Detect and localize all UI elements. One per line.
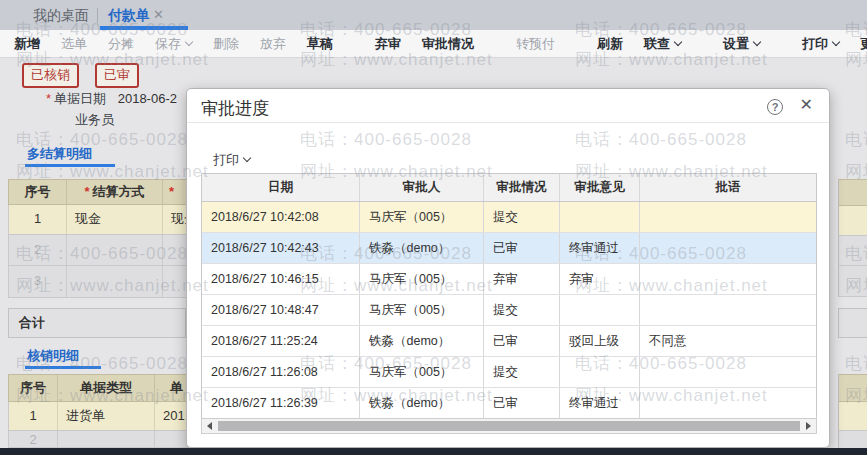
print-dropdown-button[interactable]: 打印 [213, 151, 250, 169]
table-row[interactable]: 2018/6/27 11:26:08 马庆军（005） 提交 [202, 357, 816, 388]
cell-opinion: 弃审 [560, 264, 640, 294]
cell-empty[interactable] [155, 431, 189, 447]
tab-close-icon[interactable]: ✕ [153, 7, 164, 22]
scroll-right-icon[interactable] [801, 419, 816, 433]
cell-opinion [560, 295, 640, 325]
help-icon[interactable]: ? [767, 99, 783, 115]
cell-status: 提交 [484, 202, 560, 232]
table-row[interactable]: 2018/6/27 10:42:43 铁淼（demo） 已审 终审通过 [202, 233, 816, 264]
tab-payment-voucher[interactable]: 付款单 [108, 7, 150, 25]
tab-settlement-detail[interactable]: 多结算明细 [27, 145, 92, 163]
table-row[interactable]: 1 现金 现金 [8, 205, 190, 235]
col-approval-status: 审批情况 [484, 174, 560, 201]
table-row[interactable]: 2018/6/27 11:25:24 铁淼（demo） 已审 驳回上级 不同意 [202, 326, 816, 357]
required-asterisk: * [84, 184, 89, 199]
col-settle-method: *结算方式 [67, 180, 163, 204]
dialog-title: 审批进度 [201, 97, 269, 120]
col-clipped: 单 [155, 375, 189, 401]
status-badge-approved: 已审 [95, 63, 139, 88]
cell-date: 2018/6/27 10:42:43 [202, 233, 360, 263]
cell-remarks: 不同意 [640, 326, 816, 356]
cell-status: 已审 [484, 233, 560, 263]
cell-status: 提交 [484, 357, 560, 387]
toolbar-more-button[interactable]: 更多 [860, 35, 867, 53]
cell-date: 2018/6/27 11:26:08 [202, 357, 360, 387]
table-row[interactable]: 2018/6/27 10:46:15 马庆军（005） 弃审 弃审 [202, 264, 816, 295]
col-approval-opinion: 审批意见 [560, 174, 640, 201]
cell-clipped[interactable]: 201 [155, 402, 189, 430]
tab-writeoff-detail[interactable]: 核销明细 [27, 347, 79, 365]
table-row[interactable]: 2018/6/27 11:26:39 铁淼（demo） 已审 终审通过 [202, 388, 816, 419]
cell-opinion [560, 357, 640, 387]
cell-seq: 3 [9, 266, 67, 297]
tab-bar: 我的桌面 付款单 ✕ [0, 0, 867, 30]
required-asterisk: * [169, 184, 174, 199]
cell-date: 2018/6/27 11:25:24 [202, 326, 360, 356]
cell-settle-method[interactable]: 现金 [67, 205, 163, 234]
toolbar-to-prepaid-button[interactable]: 转预付 [516, 35, 555, 53]
cell-remarks [640, 295, 816, 325]
settlement-table: 序号 *结算方式 * 1 现金 现金 2 3 [8, 179, 190, 305]
writeoff-table: 序号 单据类型 单 1 进货单 201 2 [8, 374, 190, 448]
table-row[interactable]: 2018/6/27 10:42:08 马庆军（005） 提交 [202, 202, 816, 233]
cell-doc-type[interactable]: 进货单 [58, 402, 155, 430]
cell-empty[interactable] [58, 431, 155, 447]
table-row[interactable]: 1 进货单 201 [8, 402, 190, 431]
table-row[interactable]: 2018/6/27 10:48:47 马庆军（005） 提交 [202, 295, 816, 326]
scrollbar-thumb[interactable] [218, 421, 800, 431]
cell-approver: 马庆军（005） [360, 264, 484, 294]
cell-remarks [640, 357, 816, 387]
cell-remarks [640, 202, 816, 232]
scroll-left-icon[interactable] [202, 419, 217, 433]
col-approver: 审批人 [360, 174, 484, 201]
toolbar-unapprove-button[interactable]: 弃审 [375, 35, 401, 53]
bottom-bar [0, 448, 867, 455]
cell-approver: 马庆军（005） [360, 357, 484, 387]
toolbar-draft-button[interactable]: 草稿 [307, 35, 333, 53]
toolbar-discard-button[interactable]: 放弃 [260, 35, 286, 53]
settlement-table-header: 序号 *结算方式 * [8, 179, 190, 205]
background-grid-sliver [830, 58, 867, 448]
table-row-empty[interactable]: 3 [8, 266, 190, 298]
approval-progress-dialog: 审批进度 ? ✕ 打印 日期 审批人 审批情况 审批意见 批语 2018/6/2… [186, 88, 830, 448]
cell-remarks [640, 233, 816, 263]
toolbar-delete-button[interactable]: 删除 [213, 35, 239, 53]
doc-date-field[interactable]: 2018-06-2 [118, 91, 177, 106]
cell-date: 2018/6/27 10:48:47 [202, 295, 360, 325]
required-asterisk: * [46, 91, 51, 106]
cell-empty[interactable] [67, 235, 163, 265]
table-row-empty[interactable]: 2 [8, 431, 190, 448]
cell-approver: 铁淼（demo） [360, 388, 484, 418]
cell-date: 2018/6/27 10:46:15 [202, 264, 360, 294]
doc-date-row: *单据日期 2018-06-2 [46, 90, 177, 108]
col-remarks: 批语 [640, 174, 816, 201]
cell-approver: 铁淼（demo） [360, 233, 484, 263]
cell-status: 弃审 [484, 264, 560, 294]
table-row-empty[interactable]: 2 [8, 235, 190, 266]
tab-my-desktop[interactable]: 我的桌面 [33, 7, 89, 25]
toolbar-print-button[interactable]: 打印 [802, 35, 839, 53]
doc-date-label: 单据日期 [54, 91, 106, 106]
toolbar-apportion-button[interactable]: 分摊 [108, 35, 134, 53]
cell-seq: 2 [9, 431, 58, 447]
toolbar-select-doc-button[interactable]: 选单 [61, 35, 87, 53]
cell-opinion: 驳回上级 [560, 326, 640, 356]
toolbar-save-button[interactable]: 保存 [155, 35, 192, 53]
cell-date: 2018/6/27 11:26:39 [202, 388, 360, 418]
horizontal-scrollbar[interactable] [201, 418, 817, 434]
chevron-down-icon [674, 37, 682, 45]
cell-seq: 1 [9, 205, 67, 234]
toolbar-linked-query-button[interactable]: 联查 [644, 35, 681, 53]
cell-seq: 1 [9, 402, 58, 430]
close-icon[interactable]: ✕ [800, 95, 813, 114]
col-seq: 序号 [9, 375, 58, 401]
tab-divider [97, 8, 98, 23]
toolbar-add-button[interactable]: 新增 [14, 35, 40, 53]
toolbar-settings-button[interactable]: 设置 [723, 35, 760, 53]
cell-status: 已审 [484, 326, 560, 356]
toolbar-approval-status-button[interactable]: 审批情况 [422, 35, 474, 53]
toolbar-refresh-button[interactable]: 刷新 [597, 35, 623, 53]
cell-empty[interactable] [67, 266, 163, 297]
cell-approver: 马庆军（005） [360, 295, 484, 325]
salesman-label: 业务员 [75, 111, 114, 129]
